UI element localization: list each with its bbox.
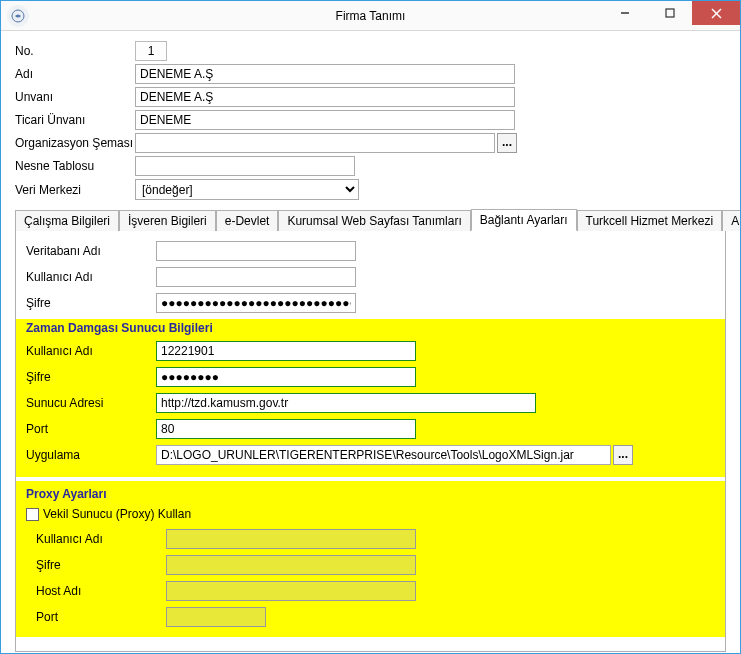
group-proxy: Proxy Ayarları Vekil Sunucu (Proxy) Kull… [16, 481, 725, 637]
no-value: 1 [135, 41, 167, 61]
nesne-label: Nesne Tablosu [15, 159, 135, 173]
org-label: Organizasyon Şeması [15, 136, 135, 150]
ts-user-field[interactable] [156, 341, 416, 361]
tab-calisma[interactable]: Çalışma Bilgileri [15, 210, 119, 231]
tabbar: Çalışma Bilgileri İşveren Bigileri e-Dev… [15, 208, 726, 231]
proxy-use-checkbox-row[interactable]: Vekil Sunucu (Proxy) Kullan [26, 507, 715, 521]
veri-select[interactable]: [öndeğer] [135, 179, 359, 200]
app-icon [7, 5, 29, 27]
db-pass-label: Şifre [26, 296, 156, 310]
panel-baglanti: Veritabanı Adı Kullanıcı Adı Şifre Zaman… [15, 231, 726, 652]
nesne-field[interactable] [135, 156, 355, 176]
group-timestamp: Zaman Damgası Sunucu Bilgileri Kullanıcı… [16, 319, 725, 477]
company-form: No. 1 Adı Unvanı Ticari Ünvanı Organizas… [15, 41, 726, 200]
proxy-port-field[interactable] [166, 607, 266, 627]
ts-app-browse-button[interactable]: ... [613, 445, 633, 465]
ts-user-label: Kullanıcı Adı [26, 344, 156, 358]
titlebar: Firma Tanımı [1, 1, 740, 31]
tab-isveren[interactable]: İşveren Bigileri [119, 210, 216, 231]
db-pass-field[interactable] [156, 293, 356, 313]
ts-pass-field[interactable] [156, 367, 416, 387]
proxy-user-label: Kullanıcı Adı [36, 532, 166, 546]
ticari-field[interactable] [135, 110, 515, 130]
ticari-label: Ticari Ünvanı [15, 113, 135, 127]
tab-baglanti[interactable]: Bağlantı Ayarları [471, 209, 577, 231]
minimize-button[interactable] [602, 1, 647, 25]
tab-akilli-fax[interactable]: Akıllı Fax Ayarları [722, 210, 741, 231]
unvani-label: Unvanı [15, 90, 135, 104]
unvani-field[interactable] [135, 87, 515, 107]
proxy-host-field[interactable] [166, 581, 416, 601]
no-label: No. [15, 44, 135, 58]
db-user-field[interactable] [156, 267, 356, 287]
ts-app-label: Uygulama [26, 448, 156, 462]
proxy-pass-field[interactable] [166, 555, 416, 575]
proxy-pass-label: Şifre [36, 558, 166, 572]
proxy-port-label: Port [36, 610, 166, 624]
svg-rect-2 [666, 9, 674, 17]
veri-label: Veri Merkezi [15, 183, 135, 197]
db-name-field[interactable] [156, 241, 356, 261]
maximize-button[interactable] [647, 1, 692, 25]
ts-port-field[interactable] [156, 419, 416, 439]
group-timestamp-title: Zaman Damgası Sunucu Bilgileri [26, 321, 715, 335]
org-browse-button[interactable]: ... [497, 133, 517, 153]
ts-server-label: Sunucu Adresi [26, 396, 156, 410]
adi-label: Adı [15, 67, 135, 81]
ts-app-field[interactable] [156, 445, 611, 465]
group-proxy-title: Proxy Ayarları [26, 487, 715, 501]
db-name-label: Veritabanı Adı [26, 244, 156, 258]
ts-pass-label: Şifre [26, 370, 156, 384]
close-button[interactable] [692, 1, 740, 25]
ts-port-label: Port [26, 422, 156, 436]
ts-server-field[interactable] [156, 393, 536, 413]
proxy-user-field[interactable] [166, 529, 416, 549]
proxy-host-label: Host Adı [36, 584, 166, 598]
db-user-label: Kullanıcı Adı [26, 270, 156, 284]
proxy-use-checkbox[interactable] [26, 508, 39, 521]
tab-edevlet[interactable]: e-Devlet [216, 210, 279, 231]
adi-field[interactable] [135, 64, 515, 84]
proxy-use-label: Vekil Sunucu (Proxy) Kullan [43, 507, 191, 521]
org-field[interactable] [135, 133, 495, 153]
tab-turkcell[interactable]: Turkcell Hizmet Merkezi [577, 210, 723, 231]
tab-kurumsal[interactable]: Kurumsal Web Sayfası Tanımları [278, 210, 470, 231]
